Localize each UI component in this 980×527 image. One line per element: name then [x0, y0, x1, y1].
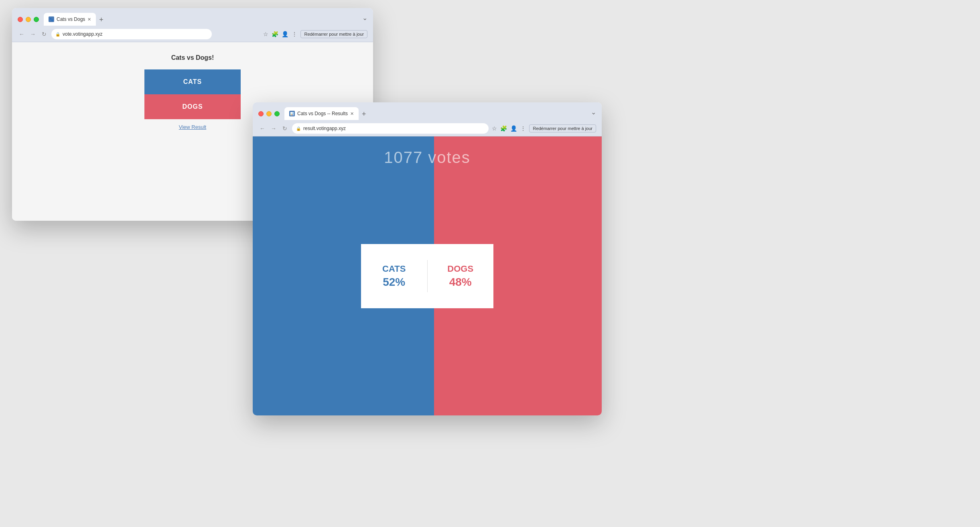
url-text-2: result.votingapp.xyz [303, 126, 346, 131]
tab-favicon-2: 📊 [289, 111, 295, 116]
title-bar-1: 🐾 Cats vs Dogs ✕ + ⌄ [12, 8, 373, 26]
results-card: CATS 52% DOGS 48% [361, 244, 493, 308]
back-button-2[interactable]: ← [258, 125, 266, 132]
active-tab-1[interactable]: 🐾 Cats vs Dogs ✕ [44, 13, 96, 26]
bookmark-icon-1[interactable]: ☆ [263, 31, 268, 37]
cats-vote-button[interactable]: CATS [144, 69, 241, 94]
forward-button-1[interactable]: → [29, 31, 37, 37]
reload-button-1[interactable]: ↻ [40, 31, 48, 37]
dogs-result-label: DOGS [447, 264, 473, 274]
dogs-result-side: DOGS 48% [428, 256, 494, 297]
dogs-result-pct: 48% [449, 276, 472, 289]
minimize-button-2[interactable] [266, 111, 272, 116]
close-button-2[interactable] [258, 111, 264, 116]
address-bar-2[interactable]: 🔒 result.votingapp.xyz [292, 123, 489, 134]
browser-chrome-2: 📊 Cats vs Dogs -- Results ✕ + ⌄ ← → ↻ 🔒 … [253, 102, 602, 136]
title-bar-2: 📊 Cats vs Dogs -- Results ✕ + ⌄ [253, 102, 602, 121]
traffic-lights-2 [258, 111, 280, 116]
results-browser-window: 📊 Cats vs Dogs -- Results ✕ + ⌄ ← → ↻ 🔒 … [253, 102, 602, 415]
tab-close-1[interactable]: ✕ [87, 17, 91, 22]
toolbar-icons-1: ☆ 🧩 👤 ⋮ Redémarrer pour mettre à jour [263, 30, 367, 38]
avatar-icon-2[interactable]: 👤 [510, 125, 517, 132]
new-tab-button-1[interactable]: + [96, 16, 107, 24]
tab-bar-1: 🐾 Cats vs Dogs ✕ + [44, 13, 362, 26]
more-icon-2[interactable]: ⋮ [520, 125, 526, 132]
toolbar-icons-2: ☆ 🧩 👤 ⋮ Redémarrer pour mettre à jour [492, 124, 596, 132]
tab-title-2: Cats vs Dogs -- Results [297, 111, 348, 116]
reload-button-2[interactable]: ↻ [281, 125, 289, 132]
close-button[interactable] [18, 17, 23, 22]
cats-result-label: CATS [382, 264, 406, 274]
tab-bar-2: 📊 Cats vs Dogs -- Results ✕ + [284, 107, 591, 120]
window-menu-icon[interactable]: ⌄ [362, 14, 367, 25]
traffic-lights-1 [18, 17, 39, 22]
forward-button-2[interactable]: → [270, 125, 278, 132]
window-menu-icon-2[interactable]: ⌄ [591, 108, 596, 119]
dogs-vote-button[interactable]: DOGS [144, 94, 241, 119]
back-button-1[interactable]: ← [18, 31, 26, 37]
extension-icon-2[interactable]: 🧩 [500, 125, 507, 132]
browser-chrome-1: 🐾 Cats vs Dogs ✕ + ⌄ ← → ↻ 🔒 vote.voting… [12, 8, 373, 42]
results-background: 1077 votes CATS 52% DOGS 48% [253, 136, 602, 415]
tab-title-1: Cats vs Dogs [57, 16, 85, 22]
cats-result-side: CATS 52% [361, 256, 427, 297]
cats-result-pct: 52% [383, 276, 405, 289]
maximize-button-2[interactable] [274, 111, 280, 116]
vote-buttons-container: CATS DOGS [144, 69, 241, 119]
more-icon-1[interactable]: ⋮ [292, 31, 297, 37]
new-tab-button-2[interactable]: + [359, 110, 369, 118]
lock-icon-1: 🔒 [55, 32, 60, 37]
address-bar-row-1: ← → ↻ 🔒 vote.votingapp.xyz ☆ 🧩 👤 ⋮ Redém… [12, 26, 373, 42]
address-bar-1[interactable]: 🔒 vote.votingapp.xyz [51, 29, 212, 39]
tab-close-2[interactable]: ✕ [350, 111, 354, 116]
extension-icon-1[interactable]: 🧩 [272, 31, 278, 37]
bookmark-icon-2[interactable]: ☆ [492, 125, 497, 132]
results-page: 1077 votes CATS 52% DOGS 48% [253, 136, 602, 415]
lock-icon-2: 🔒 [296, 126, 301, 131]
tab-favicon-1: 🐾 [49, 16, 54, 22]
view-result-link[interactable]: View Result [179, 124, 206, 130]
restart-button-1[interactable]: Redémarrer pour mettre à jour [300, 30, 367, 38]
address-bar-row-2: ← → ↻ 🔒 result.votingapp.xyz ☆ 🧩 👤 ⋮ Red… [253, 121, 602, 136]
votes-count: 1077 votes [253, 149, 602, 167]
active-tab-2[interactable]: 📊 Cats vs Dogs -- Results ✕ [284, 107, 359, 120]
minimize-button[interactable] [26, 17, 31, 22]
vote-page-title: Cats vs Dogs! [171, 54, 214, 61]
maximize-button[interactable] [34, 17, 39, 22]
restart-button-2[interactable]: Redémarrer pour mettre à jour [529, 124, 596, 132]
url-text-1: vote.votingapp.xyz [63, 31, 102, 37]
avatar-icon-1[interactable]: 👤 [282, 31, 288, 37]
